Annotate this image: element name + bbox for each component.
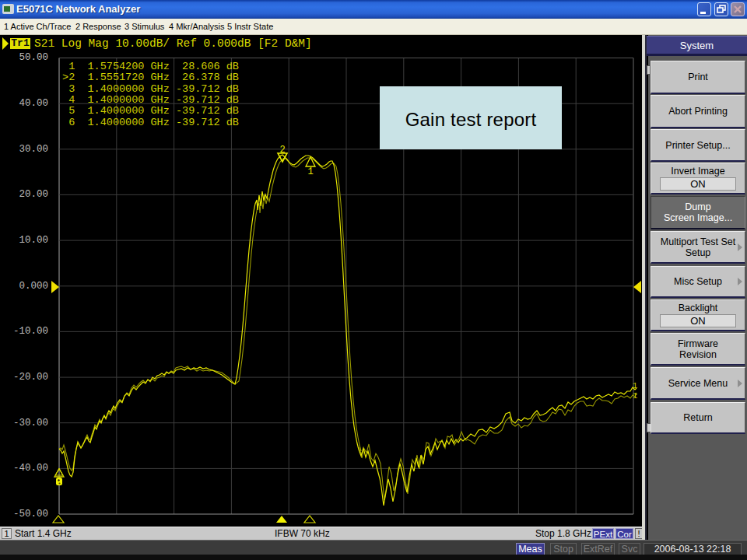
svg-text:1: 1 (633, 391, 638, 401)
svg-text:1: 1 (307, 166, 313, 177)
svg-text:1: 1 (633, 381, 638, 390)
svg-text:2: 2 (279, 145, 285, 156)
